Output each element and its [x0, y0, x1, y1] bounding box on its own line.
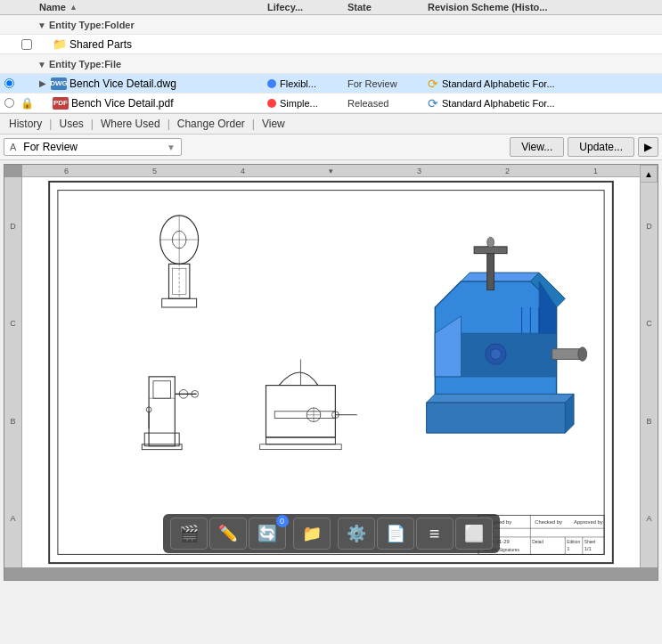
lifecycle-dot-blue-icon — [267, 79, 276, 88]
annotate-button[interactable]: ✏️ — [209, 518, 247, 550]
group2-name: ▼ Entity Type:File — [36, 59, 267, 69]
extra-button[interactable]: ▶ — [638, 137, 658, 157]
pdf-file-icon: PDF — [53, 97, 69, 110]
ruler-arrow-icon: ▾ — [329, 167, 333, 175]
header-col-lifecycle[interactable]: Lifecy... — [267, 2, 347, 12]
document-icon: 📄 — [386, 524, 405, 543]
dwg-radio[interactable] — [0, 78, 18, 88]
sort-arrow-icon: ▲ — [69, 3, 78, 12]
tab-history[interactable]: History — [4, 116, 47, 132]
lifecycle-select-value: For Review — [23, 141, 78, 153]
header-col-state[interactable]: State — [347, 2, 428, 12]
dwg-revision-label: Standard Alphabetic For... — [442, 78, 555, 89]
group1-label: Entity Type:Folder — [49, 20, 135, 30]
pdf-name: PDF Bench Vice Detail.pdf — [36, 97, 267, 110]
actions-row: A For Review ▼ View... Update... ▶ — [0, 135, 662, 160]
shared-parts-check[interactable] — [21, 39, 32, 50]
dwg-state: For Review — [347, 78, 428, 89]
ruler-mark: A — [646, 514, 651, 523]
ruler-mark: A — [10, 514, 15, 523]
fullscreen-button[interactable]: ⬜ — [455, 518, 493, 550]
open-icon: 📁 — [302, 524, 322, 543]
dwg-label: Bench Vice Detail.dwg — [69, 77, 176, 90]
drawing-page[interactable]: Designed by Checked by Approved by Date … — [22, 177, 640, 567]
name-header-label: Name — [39, 2, 66, 12]
tree-header: Name ▲ Lifecy... State Revision Scheme (… — [0, 0, 662, 15]
ruler-mark: D — [10, 222, 16, 231]
open-button[interactable]: 📁 — [293, 518, 331, 550]
settings-button[interactable]: ⚙️ — [338, 518, 375, 550]
group-folder-header[interactable]: ▼ Entity Type:Folder — [0, 15, 662, 35]
pdf-radio-btn[interactable] — [4, 98, 14, 108]
pdf-state: Released — [347, 98, 428, 109]
tree-row[interactable]: 📁 Shared Parts — [0, 35, 662, 54]
header-col-name[interactable]: Name ▲ — [36, 2, 267, 12]
sep1: | — [47, 118, 53, 130]
ruler-mark: C — [646, 319, 652, 328]
refresh-icon: 🔄 — [257, 524, 277, 543]
svg-text:Edition: Edition — [567, 540, 580, 544]
ruler-mark: D — [646, 222, 652, 231]
pdf-checkbox[interactable]: 🔒 — [18, 97, 36, 110]
tree-row[interactable]: 🔒 PDF Bench Vice Detail.pdf Simple... Re… — [0, 94, 662, 113]
dwg-lifecycle-label: Flexibl... — [280, 78, 316, 89]
scroll-up-button[interactable]: ▲ — [640, 165, 658, 183]
group-file-header[interactable]: ▼ Entity Type:File — [0, 54, 662, 74]
group2-label: Entity Type:File — [49, 59, 121, 69]
refresh-button[interactable]: 🔄 0 — [249, 518, 286, 550]
ruler-mark: 3 — [417, 167, 421, 175]
ruler-mark: 1 — [593, 167, 598, 175]
ruler-mark: B — [646, 417, 651, 426]
tree-row[interactable]: ▶ DWG Bench Vice Detail.dwg Flexibl... F… — [0, 74, 662, 94]
shared-parts-checkbox[interactable] — [18, 39, 36, 50]
dwg-radio-btn[interactable] — [4, 78, 14, 88]
revision-icon: ⟳ — [428, 77, 438, 91]
svg-text:Approved by: Approved by — [574, 519, 603, 525]
tab-uses[interactable]: Uses — [53, 116, 88, 132]
pdf-revision-label: Standard Alphabetic For... — [442, 98, 555, 109]
bottom-toolbar: 🎬 ✏️ 🔄 0 📁 ⚙️ 📄 ≡ ⬜ — [163, 514, 500, 553]
drawing-svg: Designed by Checked by Approved by Date … — [22, 177, 640, 567]
ruler-mark: 6 — [64, 167, 69, 175]
refresh-badge: 0 — [276, 515, 289, 527]
ruler-top: 6 5 4 ▾ 3 2 1 — [22, 165, 640, 177]
ruler-mark: C — [10, 319, 16, 328]
dropdown-arrow-icon: ▼ — [167, 143, 176, 152]
ruler-mark: 2 — [505, 167, 510, 175]
dwg-revision: ⟳ Standard Alphabetic For... — [428, 77, 662, 91]
shared-parts-label: Shared Parts — [69, 38, 132, 51]
annotate-icon: ✏️ — [218, 524, 238, 543]
tab-view[interactable]: View — [257, 116, 290, 132]
document-button[interactable]: 📄 — [377, 518, 414, 550]
dwg-name: ▶ DWG Bench Vice Detail.dwg — [36, 77, 267, 90]
svg-text:Checked by: Checked by — [535, 519, 562, 525]
folder-icon: 📁 — [53, 37, 67, 51]
group2-expand-icon[interactable]: ▼ — [37, 60, 46, 69]
pdf-lifecycle-label: Simple... — [280, 98, 318, 109]
shared-parts-name: 📁 Shared Parts — [36, 37, 267, 51]
ruler-right: D C B A — [640, 177, 658, 567]
layers-button[interactable]: ≡ — [416, 518, 454, 550]
tab-where-used[interactable]: Where Used — [95, 116, 166, 132]
lifecycle-dot-red-icon — [267, 99, 276, 108]
header-col-revision[interactable]: Revision Scheme (Histo... — [428, 2, 662, 12]
sep3: | — [166, 118, 172, 130]
sep4: | — [250, 118, 257, 130]
lifecycle-select-label: A — [10, 142, 16, 152]
dwg-row-arrow: ▶ — [39, 78, 46, 88]
record-icon: 🎬 — [179, 524, 199, 543]
revision-icon-blue: ⟳ — [428, 96, 438, 110]
fullscreen-icon: ⬜ — [464, 524, 484, 543]
pdf-radio[interactable] — [0, 98, 18, 108]
dwg-lifecycle: Flexibl... — [267, 78, 347, 89]
update-button[interactable]: Update... — [568, 137, 634, 157]
view-button[interactable]: View... — [510, 137, 564, 157]
actions-buttons: View... Update... ▶ — [510, 137, 658, 157]
lifecycle-dropdown[interactable]: A For Review ▼ — [4, 138, 182, 156]
group1-name: ▼ Entity Type:Folder — [36, 20, 267, 30]
group1-expand-icon[interactable]: ▼ — [37, 20, 46, 29]
record-button[interactable]: 🎬 — [170, 518, 208, 550]
file-tree: Name ▲ Lifecy... State Revision Scheme (… — [0, 0, 662, 114]
lock-icon: 🔒 — [20, 97, 34, 110]
tab-change-order[interactable]: Change Order — [172, 116, 250, 132]
